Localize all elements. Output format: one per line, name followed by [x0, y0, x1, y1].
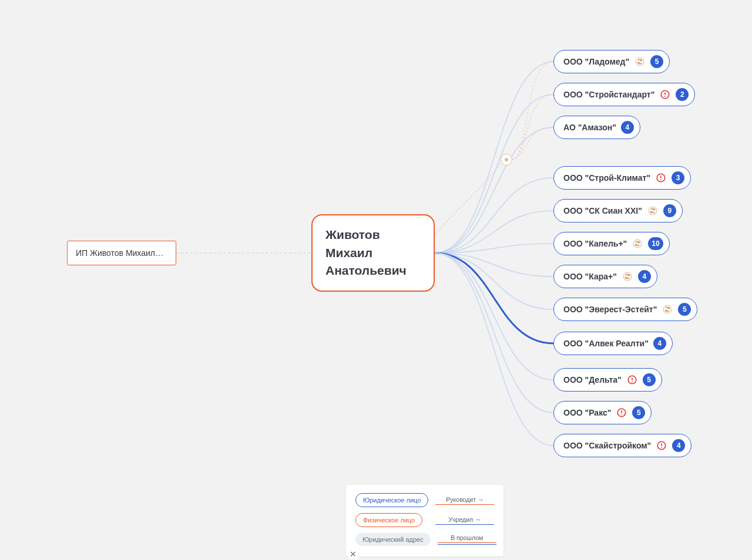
right-node-label: ООО "Ракс": [563, 408, 611, 417]
legend-close-button[interactable]: ✕: [348, 549, 358, 559]
right-node-label: ООО "Ладомед": [563, 57, 629, 66]
svg-point-7: [649, 207, 657, 215]
svg-point-3: [664, 96, 666, 97]
right-node-8[interactable]: ООО "Алвек Реалти"4: [553, 332, 673, 355]
count-badge: 4: [653, 337, 666, 350]
svg-point-9: [623, 272, 632, 281]
legend-legal-address: Юридический адрес: [355, 533, 431, 546]
right-node-1[interactable]: ООО "Стройстандарт"2: [553, 83, 695, 106]
refresh-icon: [647, 205, 659, 217]
right-node-2[interactable]: АО "Амазон"4: [553, 116, 640, 139]
right-node-label: ООО "Кара+": [563, 272, 617, 281]
warning-icon: [626, 374, 638, 386]
legend-founded: Учредил →: [435, 516, 494, 525]
refresh-icon: [662, 303, 673, 315]
right-node-label: ООО "Скайстройком": [563, 441, 651, 450]
warning-icon: [656, 440, 667, 451]
count-badge: 4: [672, 439, 685, 452]
refresh-icon: [634, 56, 646, 68]
left-node-ip[interactable]: ИП Животов Михаил…: [67, 241, 176, 265]
center-node-label: Животов Михаил Анатольевич: [325, 226, 421, 279]
right-node-label: ООО "Дельта": [563, 375, 622, 384]
svg-point-0: [636, 58, 644, 66]
warning-icon: [616, 407, 627, 419]
right-node-5[interactable]: ООО "Капель+"10: [553, 232, 670, 255]
hub-marker: [501, 154, 512, 166]
count-badge: 10: [648, 237, 663, 250]
count-badge: 5: [650, 55, 663, 68]
svg-point-13: [632, 381, 633, 382]
right-node-10[interactable]: ООО "Ракс"5: [553, 401, 652, 424]
legend-manages: Руководит →: [435, 496, 494, 505]
svg-point-19: [661, 447, 662, 448]
right-node-label: ООО "Стройстандарт": [563, 90, 654, 99]
count-badge: 2: [676, 88, 689, 101]
count-badge: 9: [663, 204, 676, 217]
right-node-7[interactable]: ООО "Эверест-Эстейт"5: [553, 298, 697, 321]
legend-individual: Физическое лицо: [355, 513, 422, 527]
right-node-label: ООО "СК Сиан XXI": [563, 206, 642, 215]
right-node-label: ООО "Строй-Климат": [563, 173, 650, 183]
count-badge: 5: [678, 303, 691, 316]
legend-in-past: В прошлом: [438, 534, 496, 545]
graph-canvas[interactable]: ИП Животов Михаил… Животов Михаил Анатол…: [0, 0, 752, 560]
count-badge: 5: [632, 406, 645, 419]
count-badge: 4: [621, 121, 634, 134]
right-node-9[interactable]: ООО "Дельта"5: [553, 368, 662, 392]
legend-panel: Юридическое лицо Руководит → Физическое …: [346, 485, 503, 556]
right-node-0[interactable]: ООО "Ладомед"5: [553, 50, 670, 73]
count-badge: 4: [638, 270, 651, 283]
right-node-label: ООО "Эверест-Эстейт": [563, 305, 657, 314]
left-node-label: ИП Животов Михаил…: [76, 248, 163, 258]
right-node-label: ООО "Капель+": [563, 239, 627, 248]
svg-point-6: [660, 179, 662, 180]
warning-icon: [655, 172, 667, 184]
count-badge: 5: [643, 373, 656, 386]
warning-icon: [659, 89, 671, 100]
right-node-6[interactable]: ООО "Кара+"4: [553, 265, 657, 288]
svg-point-16: [621, 414, 622, 415]
right-node-11[interactable]: ООО "Скайстройком"4: [553, 434, 691, 457]
right-node-4[interactable]: ООО "СК Сиан XXI"9: [553, 199, 683, 222]
svg-point-8: [634, 239, 642, 248]
right-node-label: АО "Амазон": [563, 123, 616, 132]
svg-point-10: [664, 305, 672, 313]
legend-legal-entity: Юридическое лицо: [355, 493, 428, 507]
center-node-person[interactable]: Животов Михаил Анатольевич: [311, 214, 435, 292]
refresh-icon: [632, 238, 643, 249]
right-node-label: ООО "Алвек Реалти": [563, 339, 649, 348]
count-badge: 3: [672, 171, 684, 184]
refresh-icon: [622, 271, 633, 282]
right-node-3[interactable]: ООО "Строй-Климат"3: [553, 166, 691, 190]
